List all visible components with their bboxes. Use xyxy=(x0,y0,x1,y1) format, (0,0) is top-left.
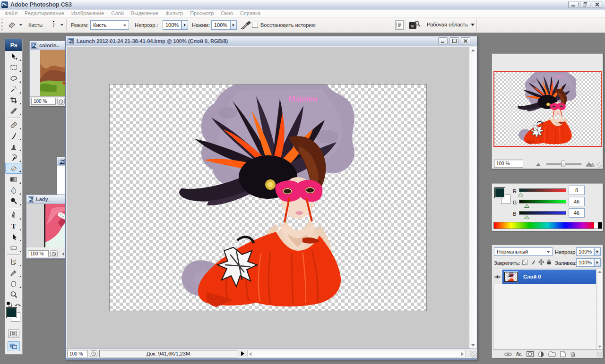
tool-pen[interactable] xyxy=(5,210,22,220)
channel-r-track[interactable] xyxy=(519,188,566,192)
colorin-zoom[interactable]: 100 % xyxy=(31,98,56,105)
channel-b-track[interactable] xyxy=(519,211,566,215)
layer-row[interactable]: Слой 0 xyxy=(502,270,596,284)
tool-slice[interactable] xyxy=(5,105,22,116)
tool-healing-brush[interactable] xyxy=(5,119,22,130)
menu-select[interactable]: Выделение xyxy=(131,10,158,16)
tool-preset-picker[interactable] xyxy=(6,20,22,30)
tool-move[interactable] xyxy=(5,51,22,62)
tool-brush[interactable] xyxy=(5,130,22,141)
lock-transparency-icon[interactable] xyxy=(521,259,528,265)
foreground-swatch[interactable] xyxy=(7,308,17,318)
app-restore-button[interactable] xyxy=(580,1,590,8)
lock-position-icon[interactable] xyxy=(537,259,544,265)
scroll-up-arrow[interactable] xyxy=(470,48,475,53)
menu-edit[interactable]: Редактирование xyxy=(25,10,64,16)
timer-icon[interactable] xyxy=(50,250,58,257)
scroll-down-arrow[interactable] xyxy=(470,343,475,348)
zoom-in-icon[interactable] xyxy=(586,161,595,167)
layer-visibility-cell[interactable] xyxy=(493,270,502,284)
channel-b-handle[interactable] xyxy=(524,215,529,219)
adjustment-layer-icon[interactable] xyxy=(538,351,544,357)
restore-history-checkbox[interactable] xyxy=(252,22,258,28)
menu-file[interactable]: Файл xyxy=(5,10,17,16)
lady-zoom[interactable]: 100 % xyxy=(28,250,49,257)
hscroll-left-arrow[interactable] xyxy=(62,252,64,256)
menu-window[interactable]: Окно xyxy=(221,10,233,16)
navigator-view-box[interactable] xyxy=(493,71,602,147)
tool-gradient[interactable] xyxy=(5,174,22,185)
delete-layer-icon[interactable] xyxy=(570,351,576,357)
new-layer-icon[interactable] xyxy=(560,351,566,357)
tool-magic-wand[interactable] xyxy=(5,84,22,94)
tool-eyedropper[interactable] xyxy=(5,267,22,278)
screen-mode-button[interactable] xyxy=(8,341,20,351)
layer-group-icon[interactable] xyxy=(548,351,556,357)
spectrum-black-swatch[interactable] xyxy=(598,222,602,229)
menu-view[interactable]: Просмотр xyxy=(190,10,214,16)
timer-icon[interactable] xyxy=(57,98,65,105)
airbrush-icon[interactable] xyxy=(240,20,251,30)
menu-help[interactable]: Справка xyxy=(240,10,260,16)
layers-fill-spinner[interactable] xyxy=(594,258,601,267)
panel-resize-grip[interactable] xyxy=(596,162,602,168)
lock-pixels-icon[interactable] xyxy=(529,259,536,265)
tool-crop[interactable] xyxy=(5,94,22,105)
status-menu-button[interactable] xyxy=(239,350,246,357)
vertical-scrollbar[interactable] xyxy=(469,47,476,349)
zoom-out-icon[interactable] xyxy=(536,162,542,166)
tool-dodge[interactable] xyxy=(5,195,22,206)
quick-mask-button[interactable] xyxy=(8,329,19,338)
layer-style-icon[interactable]: fx. xyxy=(516,351,522,357)
tool-rounded-rectangle[interactable] xyxy=(5,242,22,253)
doc-zoom-field[interactable]: 100 % xyxy=(67,350,88,357)
tool-zoom[interactable] xyxy=(5,289,22,300)
brush-preview[interactable]: 7 xyxy=(47,19,60,31)
opacity-input[interactable]: 100% xyxy=(163,20,182,30)
navigator-zoom-field[interactable]: 100 % xyxy=(494,160,523,168)
layers-scrollbar[interactable] xyxy=(596,269,602,349)
app-minimize-button[interactable] xyxy=(568,1,579,8)
layer-mask-icon[interactable] xyxy=(527,351,534,357)
scroll-up-arrow[interactable] xyxy=(598,271,602,273)
options-grip[interactable] xyxy=(1,19,3,31)
hscroll-right-arrow[interactable] xyxy=(461,352,464,356)
mode-select[interactable]: Кисть xyxy=(90,20,129,30)
layers-opacity-value[interactable]: 100% xyxy=(576,247,594,256)
channel-r-value[interactable]: 8 xyxy=(569,186,585,195)
bridge-button[interactable]: Br xyxy=(408,20,421,30)
tool-rectangular-marquee[interactable] xyxy=(5,62,22,73)
panel-resize-grip[interactable] xyxy=(596,352,602,357)
navigator-slider-thumb[interactable] xyxy=(561,161,565,167)
canvas-area[interactable] xyxy=(67,47,470,349)
swap-colors-icon[interactable] xyxy=(15,302,21,307)
menu-layer[interactable]: Слой xyxy=(111,10,124,16)
tool-hand[interactable] xyxy=(5,278,22,289)
tool-path-selection[interactable] xyxy=(5,231,22,242)
tool-lasso[interactable] xyxy=(5,73,22,84)
lock-all-icon[interactable] xyxy=(545,259,553,265)
eye-icon[interactable] xyxy=(494,274,501,279)
horizontal-scrollbar[interactable] xyxy=(247,350,466,357)
tool-blur[interactable] xyxy=(5,185,22,195)
timer-icon[interactable] xyxy=(90,350,97,357)
tool-clone-stamp[interactable] xyxy=(5,141,22,152)
foreground-swatch[interactable] xyxy=(495,188,505,198)
layer-thumbnail[interactable] xyxy=(504,272,518,282)
link-layers-icon[interactable] xyxy=(504,352,512,356)
menu-filter[interactable]: Фильтр xyxy=(165,10,183,16)
tool-notes[interactable] xyxy=(5,256,22,267)
doc-minimize-button[interactable] xyxy=(438,37,448,44)
channel-b-value[interactable]: 46 xyxy=(569,208,585,218)
app-close-button[interactable] xyxy=(592,1,602,8)
channel-g-track[interactable] xyxy=(519,200,566,203)
opacity-spinner[interactable] xyxy=(182,20,188,30)
flow-spinner[interactable] xyxy=(230,20,237,30)
channel-g-value[interactable]: 46 xyxy=(569,197,585,206)
layers-fill-value[interactable]: 100% xyxy=(576,258,594,267)
menu-image[interactable]: Изображение xyxy=(71,10,104,16)
tool-eraser[interactable] xyxy=(5,163,22,174)
resize-grip[interactable] xyxy=(470,351,477,358)
channel-r-handle[interactable] xyxy=(518,193,523,196)
tool-type[interactable]: T xyxy=(5,220,22,231)
